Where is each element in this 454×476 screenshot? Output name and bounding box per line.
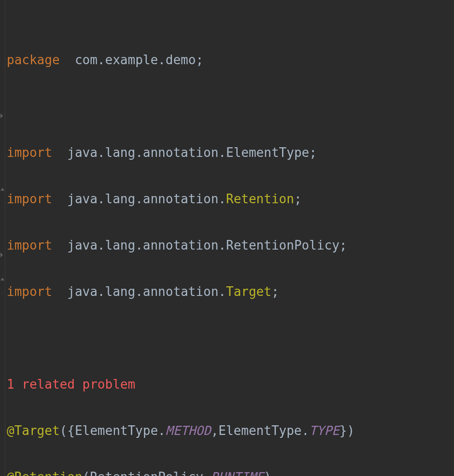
fold-marker-icon[interactable] [0, 139, 5, 145]
fold-marker-icon[interactable] [0, 67, 5, 72]
fold-marker-icon[interactable] [0, 206, 5, 211]
keyword: package [7, 53, 60, 67]
enum-const: METHOD [166, 423, 211, 438]
code-line[interactable]: import java.lang.annotation.Retention; [7, 187, 454, 210]
enum-const: TYPE [309, 423, 340, 438]
package-seg: demo [166, 53, 196, 67]
keyword: import [7, 238, 52, 252]
problem-text: 1 related problem [7, 377, 135, 392]
annotation: @Target [7, 423, 60, 438]
keyword: import [7, 192, 52, 206]
package-seg: example [105, 53, 158, 67]
annotation: @Retention [7, 470, 83, 476]
enum-const: RUNTIME [211, 470, 264, 476]
code-line[interactable]: import java.lang.annotation.RetentionPol… [7, 234, 454, 257]
code-line[interactable] [7, 326, 454, 350]
package-seg: com [75, 53, 98, 67]
import-class: Target [226, 284, 271, 299]
keyword: import [7, 145, 52, 160]
code-line[interactable] [7, 95, 454, 118]
import-class: RetentionPolicy [226, 238, 340, 252]
code-editor[interactable]: package com.example.demo; import java.la… [0, 0, 454, 476]
code-line[interactable]: @Retention(RetentionPolicy.RUNTIME) [7, 465, 454, 476]
code-line[interactable]: @Target({ElementType.METHOD,ElementType.… [7, 419, 454, 442]
fold-marker-icon[interactable] [0, 229, 5, 235]
import-class: ElementType [226, 145, 309, 160]
inline-problem[interactable]: 1 related problem [7, 373, 454, 396]
code-line[interactable]: import java.lang.annotation.ElementType; [7, 141, 454, 164]
keyword: import [7, 284, 52, 299]
import-class: Retention [226, 192, 294, 206]
code-line[interactable]: import java.lang.annotation.Target; [7, 280, 454, 303]
gutter [0, 0, 5, 476]
code-line[interactable]: package com.example.demo; [7, 48, 454, 71]
